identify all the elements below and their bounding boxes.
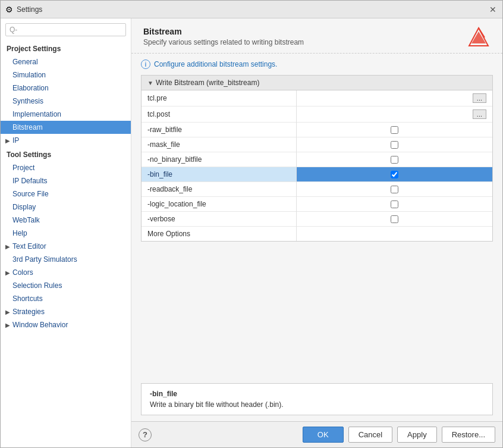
sidebar-item-source-file[interactable]: Source File [1, 187, 131, 200]
search-icon: Q- [10, 26, 17, 34]
panel-body: i Configure additional bitstream setting… [131, 54, 502, 377]
checkbox-mask-file[interactable] [391, 141, 398, 149]
table-row: -no_binary_bitfile [142, 152, 492, 167]
table-row: tcl.post ... [142, 106, 492, 123]
table-row: tcl.pre ... [142, 90, 492, 106]
checkbox-cell [303, 156, 487, 164]
restore-button[interactable]: Restore... [442, 427, 495, 443]
table-row-bin-file: -bin_file [142, 167, 492, 182]
row-label: -no_binary_bitfile [142, 152, 296, 167]
checkbox-cell [303, 200, 487, 208]
sidebar-item-window-behavior-label: Window Behavior [12, 321, 68, 329]
chevron-icon: ▶ [5, 309, 10, 315]
table-row: -logic_location_file [142, 197, 492, 212]
checkbox-bin-file[interactable] [391, 171, 398, 178]
row-label: -readback_file [142, 182, 296, 197]
table-row: -readback_file [142, 182, 492, 197]
table-row: -verbose [142, 212, 492, 227]
browse-button-tcl-post[interactable]: ... [473, 109, 486, 119]
checkbox-readback-file[interactable] [391, 186, 398, 193]
title-bar-title: Settings [17, 5, 42, 14]
table-row: -mask_file [142, 137, 492, 152]
search-input[interactable] [20, 26, 122, 34]
settings-table: tcl.pre ... tcl.post [142, 90, 492, 241]
right-panel: Bitstream Specify various settings relat… [131, 18, 502, 447]
row-value: ... [296, 90, 492, 106]
cell-with-button: ... [303, 93, 487, 103]
sidebar-item-project[interactable]: Project [1, 161, 131, 174]
row-label: -raw_bitfile [142, 123, 296, 137]
bottom-bar-left: ? [139, 428, 152, 441]
settings-table-header: ▼ Write Bitstream (write_bitstream) [142, 76, 492, 90]
project-settings-header: Project Settings [1, 41, 131, 55]
table-row: -raw_bitfile [142, 123, 492, 137]
row-value [296, 212, 492, 227]
sidebar-item-colors[interactable]: ▶ Colors [1, 266, 131, 279]
row-value [296, 167, 492, 182]
sidebar-item-general[interactable]: General [1, 55, 131, 68]
table-row: More Options [142, 227, 492, 242]
checkbox-no-binary-bitfile[interactable] [391, 156, 398, 164]
main-content: Q- Project Settings General Simulation E… [1, 18, 502, 447]
sidebar-item-selection-rules[interactable]: Selection Rules [1, 279, 131, 292]
sidebar-item-shortcuts[interactable]: Shortcuts [1, 292, 131, 305]
tool-settings-header: Tool Settings [1, 147, 131, 161]
sidebar: Q- Project Settings General Simulation E… [1, 18, 131, 447]
row-value [296, 197, 492, 212]
sidebar-item-webtalk[interactable]: WebTalk [1, 214, 131, 227]
sidebar-item-strategies-label: Strategies [12, 308, 45, 316]
panel-subtitle: Specify various settings related to writ… [143, 38, 304, 46]
chevron-icon: ▶ [5, 270, 10, 276]
checkbox-verbose[interactable] [391, 215, 398, 223]
cancel-button[interactable]: Cancel [348, 427, 392, 443]
row-label: tcl.post [142, 106, 296, 123]
row-label: tcl.pre [142, 90, 296, 106]
sidebar-item-ip-defaults[interactable]: IP Defaults [1, 174, 131, 187]
title-bar: ⚙ Settings ✕ [1, 1, 502, 18]
row-value [296, 123, 492, 137]
search-box[interactable]: Q- [5, 23, 126, 36]
title-bar-left: ⚙ Settings [5, 5, 42, 14]
row-label: More Options [142, 227, 296, 242]
ok-button[interactable]: OK [303, 427, 344, 443]
sidebar-item-ip[interactable]: ▶ IP [1, 134, 131, 147]
row-label: -bin_file [142, 167, 296, 182]
row-label: -verbose [142, 212, 296, 227]
sidebar-item-colors-label: Colors [12, 268, 33, 277]
row-value [296, 227, 492, 242]
sidebar-item-implementation[interactable]: Implementation [1, 108, 131, 121]
checkbox-cell [303, 141, 487, 149]
info-icon: i [141, 59, 150, 69]
sidebar-item-bitstream[interactable]: Bitstream [1, 121, 131, 134]
checkbox-raw-bitfile[interactable] [391, 126, 398, 134]
chevron-icon: ▶ [5, 137, 10, 144]
collapse-icon[interactable]: ▼ [147, 80, 153, 86]
sidebar-item-help[interactable]: Help [1, 227, 131, 240]
brand-logo [467, 27, 491, 48]
description-box: -bin_file Write a binary bit file withou… [141, 383, 493, 415]
checkbox-cell [303, 186, 487, 193]
sidebar-item-synthesis[interactable]: Synthesis [1, 95, 131, 108]
sidebar-item-strategies[interactable]: ▶ Strategies [1, 305, 131, 318]
sidebar-item-text-editor[interactable]: ▶ Text Editor [1, 240, 131, 253]
row-value [296, 137, 492, 152]
checkbox-cell [303, 171, 487, 178]
settings-table-container: ▼ Write Bitstream (write_bitstream) tcl.… [141, 75, 493, 242]
info-link[interactable]: Configure additional bitstream settings. [154, 60, 277, 68]
apply-button[interactable]: Apply [397, 427, 437, 443]
sidebar-item-elaboration[interactable]: Elaboration [1, 82, 131, 95]
panel-title: Bitstream [143, 27, 304, 36]
row-label: -mask_file [142, 137, 296, 152]
chevron-icon: ▶ [5, 243, 10, 250]
description-title: -bin_file [150, 390, 484, 398]
sidebar-item-3rd-party[interactable]: 3rd Party Simulators [1, 253, 131, 266]
bottom-bar-right: OK Cancel Apply Restore... [303, 427, 495, 443]
sidebar-item-simulation[interactable]: Simulation [1, 68, 131, 82]
table-header-label: Write Bitstream (write_bitstream) [156, 79, 259, 87]
checkbox-logic-location[interactable] [391, 200, 398, 208]
sidebar-item-display[interactable]: Display [1, 200, 131, 214]
sidebar-item-window-behavior[interactable]: ▶ Window Behavior [1, 318, 131, 331]
browse-button-tcl-pre[interactable]: ... [473, 93, 486, 103]
help-button[interactable]: ? [139, 428, 152, 441]
close-button[interactable]: ✕ [488, 5, 498, 14]
